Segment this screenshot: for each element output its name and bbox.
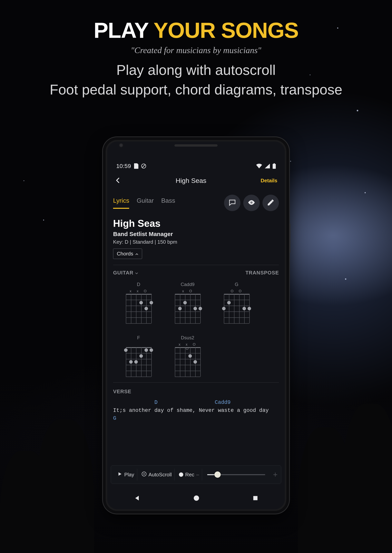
pencil-icon (267, 199, 274, 207)
sd-card-icon (134, 163, 138, 169)
svg-rect-3 (274, 163, 275, 164)
lyric-block: D Cadd9 It;s another day of shame, Never… (113, 399, 279, 422)
signal-icon (265, 164, 270, 168)
headline-sub2: Foot pedal support, chord diagrams, tran… (0, 82, 392, 98)
headline-sub1: Play along with autoscroll (0, 62, 392, 78)
section-label: VERSE (113, 389, 279, 395)
android-navbar (107, 488, 285, 509)
instrument-selector[interactable]: GUITAR (113, 270, 138, 276)
song-artist: Band Setlist Manager (113, 231, 279, 237)
svg-point-6 (194, 496, 199, 501)
nav-home-icon[interactable] (193, 495, 200, 502)
nav-back-icon[interactable] (133, 495, 140, 502)
visibility-button[interactable] (243, 195, 260, 211)
status-time: 10:59 (116, 163, 131, 169)
speed-slider[interactable] (204, 474, 269, 475)
comment-button[interactable] (224, 195, 240, 211)
chords-toggle[interactable]: Chords (113, 249, 142, 259)
battery-icon (273, 163, 276, 169)
appbar-title: High Seas (121, 177, 261, 184)
chord-diagram: Cadd9 x O (174, 282, 201, 323)
do-not-disturb-icon (141, 163, 146, 168)
svg-point-4 (251, 202, 252, 203)
chord-diagram-grid: D x x O Cadd9 x O (113, 282, 279, 377)
back-button[interactable] (115, 177, 121, 184)
eye-icon (248, 199, 255, 207)
tab-lyrics[interactable]: Lyrics (113, 197, 129, 209)
chord-diagram: Dsus2 x x O O (174, 335, 201, 377)
play-icon (117, 471, 122, 478)
chord-diagram: G O O (223, 282, 250, 323)
wifi-icon (256, 164, 262, 168)
transpose-button[interactable]: TRANSPOSE (245, 270, 279, 276)
play-button[interactable]: Play (114, 469, 137, 481)
comment-icon (229, 199, 236, 207)
tab-bass[interactable]: Bass (161, 197, 175, 209)
tab-guitar[interactable]: Guitar (137, 197, 154, 209)
record-button[interactable]: Rec – (176, 469, 202, 481)
chevron-up-icon (135, 251, 138, 257)
svg-rect-2 (273, 164, 276, 169)
edit-button[interactable] (262, 195, 279, 211)
slider-plus[interactable]: + (270, 470, 278, 479)
svg-line-1 (142, 165, 145, 168)
chord-diagram: D x x O (125, 282, 152, 323)
headline: PLAY YOUR SONGS (0, 18, 392, 43)
phone-frame: 10:59 High Seas Details Lyrics Guitar Ba… (103, 137, 289, 514)
autoscroll-icon (141, 471, 147, 478)
autoscroll-button[interactable]: AutoScroll (139, 469, 175, 481)
playback-controls: Play AutoScroll Rec – + (111, 465, 281, 484)
details-button[interactable]: Details (261, 178, 277, 184)
nav-recent-icon[interactable] (252, 495, 259, 502)
song-title: High Seas (113, 218, 279, 229)
chord-diagram: F (125, 335, 152, 377)
song-meta: Key: D | Standard | 150 bpm (113, 239, 279, 245)
record-icon (179, 472, 183, 477)
svg-rect-7 (253, 496, 258, 500)
chevron-down-icon (135, 270, 138, 276)
headline-quote: "Created for musicians by musicians" (0, 45, 392, 55)
